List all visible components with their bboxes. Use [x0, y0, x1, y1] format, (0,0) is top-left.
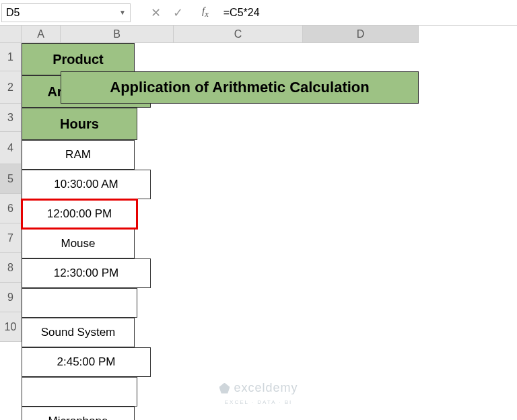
chevron-down-icon[interactable]: ▼ [119, 9, 126, 16]
cell-product-7[interactable]: Sound System [22, 318, 135, 347]
column-header-B[interactable]: B [61, 26, 174, 43]
watermark-icon [219, 383, 230, 394]
formula-input[interactable]: =C5*24 [223, 7, 260, 19]
cell-hours-7[interactable] [22, 377, 137, 407]
row-header-9[interactable]: 9 [0, 283, 22, 312]
row-header-7[interactable]: 7 [0, 223, 22, 253]
row-header-2[interactable]: 2 [0, 71, 22, 104]
cell-arrival-5[interactable]: 10:30:00 AM [22, 170, 151, 199]
formula-bar: D5 ▼ ✕ ✓ fx =C5*24 [0, 0, 517, 26]
cell-arrival-6[interactable]: 12:30:00 PM [22, 258, 151, 288]
row-header-6[interactable]: 6 [0, 194, 22, 223]
cell-hours-5[interactable]: 12:00:00 PM [22, 199, 137, 229]
header-hours[interactable]: Hours [22, 108, 137, 140]
row-header-4[interactable]: 4 [0, 132, 22, 164]
column-header-C[interactable]: C [174, 26, 303, 43]
row-headers: 12345678910 [0, 43, 22, 342]
select-all-corner[interactable] [0, 26, 22, 43]
row-header-5[interactable]: 5 [0, 164, 22, 194]
row-header-8[interactable]: 8 [0, 253, 22, 283]
cell-product-5[interactable]: RAM [22, 140, 135, 170]
name-box[interactable]: D5 ▼ [1, 3, 131, 22]
cancel-icon[interactable]: ✕ [151, 5, 161, 20]
watermark: exceldemy EXCEL · DATA · BI [219, 381, 298, 405]
watermark-subtext: EXCEL · DATA · BI [225, 399, 293, 405]
name-box-value: D5 [6, 7, 20, 19]
confirm-icon[interactable]: ✓ [173, 5, 183, 20]
watermark-text: exceldemy [234, 381, 298, 395]
fx-icon[interactable]: fx [202, 5, 209, 20]
cell-product-8[interactable]: Microphone [22, 407, 135, 420]
header-product[interactable]: Product [22, 43, 135, 75]
column-header-A[interactable]: A [22, 26, 61, 43]
title-cell[interactable]: Application of Arithmetic Calculation [61, 71, 419, 104]
column-headers: ABCD [22, 26, 517, 43]
cell-arrival-7[interactable]: 2:45:00 PM [22, 347, 151, 377]
row-header-1[interactable]: 1 [0, 43, 22, 71]
cell-hours-6[interactable] [22, 288, 137, 318]
spreadsheet-grid: ABCD 12345678910 Application of Arithmet… [0, 26, 517, 420]
formula-buttons: ✕ ✓ [151, 5, 183, 20]
column-header-D[interactable]: D [303, 26, 419, 43]
cells-area: Application of Arithmetic CalculationPro… [22, 43, 517, 420]
cell-product-6[interactable]: Mouse [22, 229, 135, 258]
row-header-3[interactable]: 3 [0, 104, 22, 132]
row-header-10[interactable]: 10 [0, 312, 22, 342]
